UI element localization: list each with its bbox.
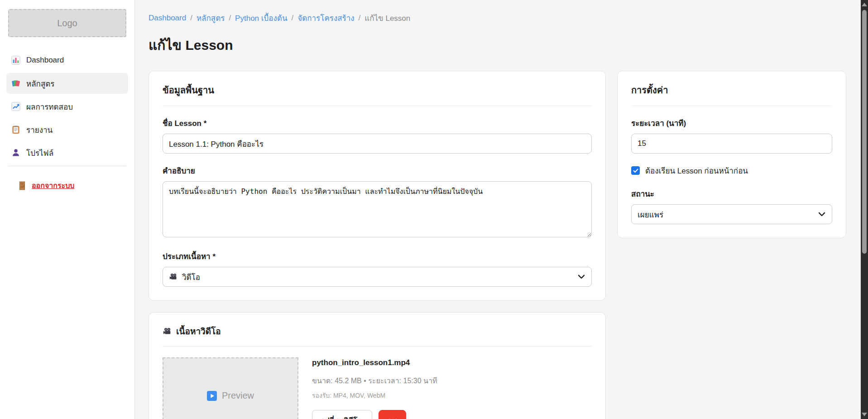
settings-card-title: การตั้งค่า <box>631 83 832 106</box>
breadcrumb-separator: / <box>292 14 294 23</box>
page-title: แก้ไข Lesson <box>149 34 846 56</box>
sidebar-item-label: รายงาน <box>26 124 53 136</box>
clipboard-icon <box>11 125 20 134</box>
sidebar-item-courses[interactable]: หลักสูตร <box>6 73 128 94</box>
movie-camera-icon <box>169 272 178 281</box>
logo-text: Logo <box>57 18 77 29</box>
video-file-info: python_intro_lesson1.mp4 ขนาด: 45.2 MB •… <box>312 357 437 419</box>
books-icon <box>11 79 20 88</box>
status-value: เผยแพร่ <box>638 208 663 221</box>
basic-info-card-title: ข้อมูลพื้นฐาน <box>163 83 592 106</box>
delete-video-button[interactable]: ลบ <box>379 410 406 419</box>
breadcrumb-link-dashboard[interactable]: Dashboard <box>149 14 186 23</box>
scrollbar-thumb[interactable] <box>862 10 867 254</box>
sidebar-nav: Dashboard หลักสูตร ผลการทดสอบ รายงาน โปร… <box>0 50 134 163</box>
video-preview[interactable]: Preview <box>163 357 298 419</box>
vertical-scrollbar[interactable] <box>861 0 868 419</box>
description-label: คำอธิบาย <box>163 164 592 177</box>
sidebar-item-profile[interactable]: โปรไฟล์ <box>6 142 128 163</box>
change-video-button[interactable]: เปลี่ยนวิดีโอ <box>312 410 372 419</box>
sidebar-item-test-results[interactable]: ผลการทดสอบ <box>6 96 128 117</box>
breadcrumb-link-course[interactable]: Python เบื้องต้น <box>235 12 287 24</box>
prerequisite-checkbox[interactable] <box>631 166 640 175</box>
content-type-label: ประเภทเนื้อหา * <box>163 250 592 262</box>
video-meta: ขนาด: 45.2 MB • ระยะเวลา: 15:30 นาที <box>312 375 437 386</box>
video-card-title: เนื้อหาวิดีโอ <box>176 324 221 338</box>
sidebar-item-dashboard[interactable]: Dashboard <box>6 50 128 71</box>
sidebar-item-label: ผลการทดสอบ <box>26 101 73 113</box>
bar-chart-icon <box>11 56 20 65</box>
sidebar-item-label: Dashboard <box>26 56 64 65</box>
breadcrumb-link-structure[interactable]: จัดการโครงสร้าง <box>297 12 354 24</box>
settings-card: การตั้งค่า ระยะเวลา (นาที) ต้องเรียน Les… <box>617 71 846 238</box>
chart-up-icon <box>11 102 20 111</box>
duration-input[interactable] <box>631 134 832 154</box>
sidebar-divider <box>8 166 126 166</box>
content-type-value: วิดีโอ <box>182 271 200 283</box>
movie-camera-icon <box>163 327 172 336</box>
sidebar-item-reports[interactable]: รายงาน <box>6 119 128 140</box>
video-content-card: เนื้อหาวิดีโอ Preview python_intro_lesso… <box>149 312 606 419</box>
description-textarea[interactable]: บทเรียนนี้จะอธิบายว่า Python คืออะไร ประ… <box>163 181 592 237</box>
door-icon <box>18 181 27 190</box>
person-icon <box>11 148 20 157</box>
status-label: สถานะ <box>631 188 832 200</box>
basic-info-card: ข้อมูลพื้นฐาน ชื่อ Lesson * คำอธิบาย บทเ… <box>149 71 606 301</box>
breadcrumb-separator: / <box>359 14 361 23</box>
lesson-name-input[interactable] <box>163 134 592 154</box>
sidebar-item-label: หลักสูตร <box>26 77 54 90</box>
sidebar: Logo Dashboard หลักสูตร ผลการทดสอบ รายงา… <box>0 0 135 419</box>
status-select[interactable]: เผยแพร่ <box>631 204 832 224</box>
video-supported-formats: รองรับ: MP4, MOV, WebM <box>312 390 437 400</box>
breadcrumb-separator: / <box>229 14 231 23</box>
sidebar-item-label: โปรไฟล์ <box>26 147 53 159</box>
content-type-select[interactable]: วิดีโอ <box>163 267 592 287</box>
play-icon <box>207 391 217 401</box>
scrollbar-up-arrow[interactable] <box>862 3 867 6</box>
breadcrumb-separator: / <box>190 14 192 23</box>
breadcrumb-link-courses[interactable]: หลักสูตร <box>197 12 225 24</box>
preview-label: Preview <box>222 390 254 401</box>
breadcrumb: Dashboard / หลักสูตร / Python เบื้องต้น … <box>149 12 846 24</box>
chevron-down-icon <box>578 275 585 279</box>
logo-placeholder: Logo <box>8 9 126 37</box>
breadcrumb-current: แก้ไข Lesson <box>364 12 410 24</box>
video-filename: python_intro_lesson1.mp4 <box>312 358 437 367</box>
logout-link[interactable]: ออกจากระบบ <box>18 180 134 191</box>
scrollbar-down-arrow[interactable] <box>862 413 867 416</box>
lesson-name-label: ชื่อ Lesson * <box>163 117 592 129</box>
chevron-down-icon <box>818 212 825 217</box>
duration-label: ระยะเวลา (นาที) <box>631 117 832 129</box>
main-content: Dashboard / หลักสูตร / Python เบื้องต้น … <box>135 0 861 419</box>
prerequisite-label: ต้องเรียน Lesson ก่อนหน้าก่อน <box>645 164 748 177</box>
logout-label: ออกจากระบบ <box>32 180 74 191</box>
